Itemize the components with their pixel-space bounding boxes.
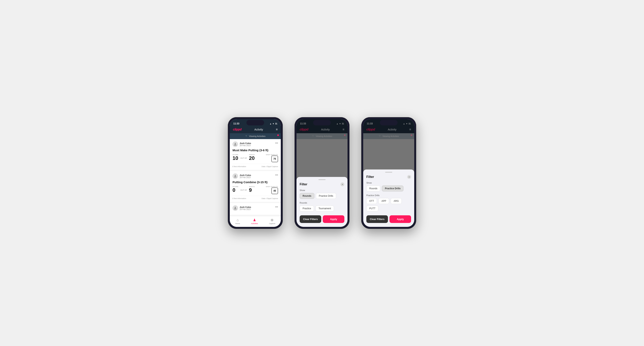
card-title-2: Putting Combine (3-15 ft) [232, 180, 278, 184]
card-stats-2: Score 0 OUT OF Shots 9 Shot Quality 45 [232, 186, 278, 194]
app-header-1: clippd Activity ≡ [230, 126, 281, 133]
rounds-btn-3[interactable]: Rounds [366, 185, 380, 191]
shot-quality-badge-2: 45 [271, 187, 278, 194]
card-stats-1: Score 10 OUT OF Shots 20 Shot Quality 75 [232, 154, 278, 162]
viewing-banner-text-1: Viewing Activities [249, 135, 266, 137]
user-name-3: Josh Coles [240, 206, 251, 208]
out-of-text-2: OUT OF [240, 189, 247, 191]
dynamic-island-2 [313, 120, 331, 125]
filter-rounds-buttons-2: Practice Tournament [300, 205, 344, 211]
filter-overlay-2: Filter ✕ Show Rounds Practice Drills Rou… [296, 119, 348, 227]
footer-info-2: ℹ Test Information [232, 197, 246, 199]
phone-1-screen: 11:33 ▲ ▼ 31 clippd Activity ≡ Viewing A… [230, 119, 281, 227]
dynamic-island-3 [380, 120, 398, 125]
shots-value-1: 20 [249, 156, 255, 161]
footer-info-1: ℹ Test Information [232, 166, 246, 168]
ott-btn-3[interactable]: OTT [366, 198, 377, 204]
nav-activities-1[interactable]: ♟ Activities [251, 218, 258, 224]
score-value-2: 0 [232, 187, 238, 192]
tournament-btn-2[interactable]: Tournament [316, 205, 334, 211]
user-details-2: Josh Coles 28 Feb 2023 [240, 174, 251, 178]
home-label-1: Home [235, 223, 240, 224]
clear-filters-btn-3[interactable]: Clear Filters [366, 215, 388, 223]
filter-show-label-3: Show [366, 182, 411, 184]
status-icons-1: ▲ ▼ 31 [270, 123, 277, 125]
filter-header-3: Filter ✕ [366, 175, 411, 179]
filter-close-btn-2[interactable]: ✕ [340, 182, 344, 186]
footer-data-1: Data: Clippd Capture [262, 166, 278, 168]
putt-btn-3[interactable]: PUTT [366, 205, 378, 211]
avatar-2 [232, 173, 238, 179]
card-header-1: Josh Coles 28 Feb 2023 ••• [232, 142, 278, 147]
clear-filters-btn-2[interactable]: Clear Filters [300, 215, 321, 223]
practice-drills-btn-3[interactable]: Practice Drills [382, 185, 404, 191]
header-title-1: Activity [254, 128, 263, 131]
nav-capture-1[interactable]: ⊕ Capture [269, 218, 275, 224]
rounds-btn-2[interactable]: Rounds [300, 193, 314, 199]
shots-value-2: 9 [249, 187, 255, 192]
user-info-1: Josh Coles 28 Feb 2023 [232, 142, 251, 147]
wifi-icon: ▼ [272, 123, 274, 125]
practice-drills-btn-2[interactable]: Practice Drills [316, 193, 336, 199]
phone-1: 11:33 ▲ ▼ 31 clippd Activity ≡ Viewing A… [228, 117, 283, 229]
card-title-1: Must Make Putting (3-6 ft) [232, 149, 278, 152]
user-details-1: Josh Coles 28 Feb 2023 [240, 142, 251, 147]
card-footer-1: ℹ Test Information Data: Clippd Capture [232, 164, 278, 168]
svg-point-5 [235, 207, 236, 208]
nav-home-1[interactable]: ⌂ Home [235, 218, 240, 224]
sheet-handle-2 [318, 179, 326, 180]
bottom-nav-1: ⌂ Home ♟ Activities ⊕ Capture [230, 216, 281, 227]
signal-icon: ▲ [270, 123, 272, 125]
user-details-3: Josh Coles 28 Feb 2023 [240, 206, 251, 210]
activities-label-1: Activities [251, 223, 258, 224]
filter-icon-1 [245, 135, 248, 137]
svg-point-3 [235, 143, 236, 144]
phone-2-screen: 11:33 ▲ ▼ 31 clippd Activity ≡ Viewing A… [296, 119, 348, 227]
status-time-1: 11:33 [233, 122, 240, 125]
more-dots-1[interactable]: ••• [275, 142, 278, 145]
arg-btn-3[interactable]: ARG [391, 198, 402, 204]
card-header-3: Josh Coles 28 Feb 2023 ••• [232, 205, 278, 211]
filter-actions-2: Clear Filters Apply [300, 215, 344, 223]
more-dots-3[interactable]: ••• [275, 205, 278, 208]
filter-title-3: Filter [366, 175, 374, 179]
score-group-1: Score 10 [232, 154, 238, 161]
score-group-2: Score 0 [232, 186, 238, 192]
svg-point-4 [235, 175, 236, 176]
filter-show-label-2: Show [300, 189, 344, 191]
user-date-3: 28 Feb 2023 [240, 208, 251, 210]
practice-round-btn-2[interactable]: Practice [300, 205, 314, 211]
apply-btn-2[interactable]: Apply [323, 215, 344, 223]
activity-feed-1[interactable]: Josh Coles 28 Feb 2023 ••• Must Make Put… [230, 139, 281, 216]
more-dots-2[interactable]: ••• [275, 173, 278, 176]
activities-icon-1: ♟ [253, 218, 256, 222]
home-icon-1: ⌂ [237, 218, 239, 222]
hamburger-menu-1[interactable]: ≡ [276, 128, 278, 131]
user-date-2: 28 Feb 2023 [240, 176, 251, 178]
dynamic-island [246, 120, 264, 125]
phone-3: 11:33 ▲ ▼ 31 clippd Activity ≡ Viewing A… [361, 117, 416, 229]
user-date-1: 28 Feb 2023 [240, 144, 251, 147]
user-name-2: Josh Coles [240, 174, 251, 176]
avatar-1 [232, 142, 238, 147]
app-btn-3[interactable]: APP [378, 198, 389, 204]
user-info-2: Josh Coles 28 Feb 2023 [232, 173, 251, 179]
shot-quality-group-1: Shot Quality 75 [266, 154, 278, 162]
shots-group-2: Shots 9 [249, 186, 255, 192]
viewing-banner-1[interactable]: Viewing Activities [230, 133, 281, 139]
capture-icon-1: ⊕ [270, 218, 274, 222]
battery-icon: 31 [275, 123, 277, 125]
filter-sheet-3: Filter ✕ Show Rounds Practice Drills Pra… [363, 170, 414, 227]
filter-show-buttons-2: Rounds Practice Drills [300, 193, 344, 199]
avatar-3 [232, 205, 238, 211]
filter-rounds-label-2: Rounds [300, 202, 344, 204]
activity-card-1: Josh Coles 28 Feb 2023 ••• Must Make Put… [230, 139, 281, 170]
filter-close-btn-3[interactable]: ✕ [407, 175, 411, 179]
filter-drill-category-buttons-3: OTT APP ARG PUTT [366, 198, 411, 211]
phone-3-screen: 11:33 ▲ ▼ 31 clippd Activity ≡ Viewing A… [363, 119, 414, 227]
apply-btn-3[interactable]: Apply [390, 215, 411, 223]
filter-overlay-3: Filter ✕ Show Rounds Practice Drills Pra… [363, 119, 414, 227]
phone-2: 11:33 ▲ ▼ 31 clippd Activity ≡ Viewing A… [294, 117, 350, 229]
filter-practice-drills-label-3: Practice Drills [366, 194, 411, 196]
shot-quality-badge-1: 75 [271, 156, 278, 162]
